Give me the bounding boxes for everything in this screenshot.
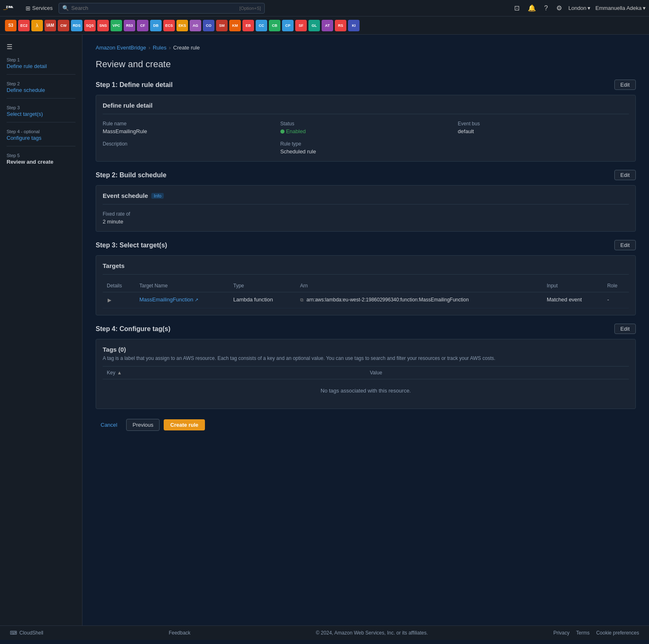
services-button[interactable]: ⊞ Services [23,3,55,13]
toolbar-s3[interactable]: S3 [5,20,16,31]
step2-edit-button[interactable]: Edit [614,170,636,180]
breadcrumb-eventbridge[interactable]: Amazon EventBridge [96,45,146,51]
help-icon[interactable]: ? [543,4,550,13]
schedule-type-label: Fixed rate of [103,211,629,217]
expand-button[interactable]: ▶ [107,296,112,304]
step-3-link[interactable]: Select target(s) [7,111,43,117]
screen-icon[interactable]: ⊡ [513,3,521,13]
status-dot [280,129,285,134]
toolbar-kinesis[interactable]: KI [348,20,360,31]
toolbar-eventbridge[interactable]: EB [242,20,254,31]
toolbar-codebuild[interactable]: CB [269,20,280,31]
sidebar-divider-4 [7,146,75,146]
nav-right: ⊡ 🔔 ? ⚙ London ▾ Emmanuella Adeka ▾ [513,3,646,13]
breadcrumb-rules[interactable]: Rules [153,45,166,51]
step1-edit-button[interactable]: Edit [614,80,636,90]
user-menu[interactable]: Emmanuella Adeka ▾ [595,5,646,11]
toolbar-eks[interactable]: EKS [176,20,188,31]
info-badge[interactable]: Info [151,193,164,199]
toolbar-sns[interactable]: SNS [97,20,109,31]
status-text: Enabled [286,128,306,134]
footer-privacy[interactable]: Privacy [553,630,569,636]
arn-text: arn:aws:lambda:eu-west-2:198602996340:fu… [306,297,469,303]
action-bar: Cancel Previous Create rule [96,419,636,431]
step4-edit-button[interactable]: Edit [614,324,636,334]
step-4-link[interactable]: Configure tags [7,135,42,141]
value-col-label: Value [370,370,382,376]
user-chevron: ▾ [643,5,646,11]
step-5-label: Step 5 [7,153,75,158]
toolbar-redshift[interactable]: RS [335,20,346,31]
top-nav: ⊞ Services 🔍 [Option+S] ⊡ 🔔 ? ⚙ London ▾… [0,0,649,16]
toolbar-rds[interactable]: RDS [71,20,82,31]
step2-section: Step 2: Build schedule Edit Event schedu… [96,170,636,232]
toolbar-lambda[interactable]: λ [31,20,43,31]
breadcrumb-current: Create rule [173,45,200,51]
toolbar-iam[interactable]: IAM [45,20,56,31]
target-expand[interactable]: ▶ [103,292,135,308]
event-schedule-header: Event schedule Info [103,192,629,204]
step4-header: Step 4: Configure tag(s) Edit [96,324,636,334]
step-2-link[interactable]: Define schedule [7,87,45,93]
toolbar-dynamodb[interactable]: DB [150,20,162,31]
value-col-header: Value [366,367,629,379]
key-sort-icon: ▲ [117,370,122,376]
cloudshell-button[interactable]: ⌨ CloudShell [10,630,43,636]
footer-cookies[interactable]: Cookie preferences [596,630,639,636]
toolbar-vpc[interactable]: VPC [111,20,122,31]
toolbar-secrets[interactable]: SM [216,20,228,31]
cloudshell-label: CloudShell [19,630,43,636]
cloudshell-icon: ⌨ [10,630,17,636]
toolbar-codecommit[interactable]: CC [256,20,267,31]
targets-table: Details Target Name Type Arn Input Role … [103,280,629,308]
rule-type-label: Rule type [280,141,451,147]
footer: ⌨ CloudShell Feedback © 2024, Amazon Web… [0,625,649,640]
footer-terms[interactable]: Terms [576,630,590,636]
feedback-button[interactable]: Feedback [169,630,190,636]
step3-edit-button[interactable]: Edit [614,240,636,250]
schedule-value: 2 minute [103,219,629,225]
create-rule-button[interactable]: Create rule [164,419,205,430]
search-bar[interactable]: 🔍 [Option+S] [59,3,265,14]
footer-links: Privacy Terms Cookie preferences [553,630,639,636]
target-type-cell: Lambda function [229,292,296,308]
sidebar-step-3: Step 3 Select target(s) [0,102,82,119]
toolbar-cognito[interactable]: CO [203,20,214,31]
toolbar-glue[interactable]: GL [308,20,320,31]
toolbar-cloudwatch[interactable]: CW [58,20,69,31]
region-chevron: ▾ [588,5,590,11]
step-5-link[interactable]: Review and create [7,159,53,165]
toolbar-stepfunctions[interactable]: SF [295,20,307,31]
field-event-bus: Event bus default [458,121,629,134]
target-name-link[interactable]: MassEmailingFunction ↗ [139,296,198,303]
footer-copyright: © 2024, Amazon Web Services, Inc. or its… [316,630,428,636]
toolbar-cloudfront[interactable]: CF [137,20,148,31]
toolbar-ec2[interactable]: EC2 [18,20,30,31]
sidebar-step-5: Step 5 Review and create [0,150,82,167]
settings-icon[interactable]: ⚙ [555,3,564,13]
step2-card: Event schedule Info Fixed rate of 2 minu… [96,185,636,232]
step3-card: Targets Details Target Name Type Arn Inp… [96,255,636,315]
target-name-cell: MassEmailingFunction ↗ [135,292,229,308]
toolbar-api[interactable]: AG [190,20,201,31]
toolbar-kms[interactable]: KM [229,20,241,31]
status-label: Status [280,121,451,127]
previous-button[interactable]: Previous [126,419,160,431]
step3-section: Step 3: Select target(s) Edit Targets De… [96,240,636,315]
search-input[interactable] [71,5,237,11]
copy-icon[interactable]: ⧉ [300,297,303,303]
sidebar-toggle[interactable]: ☰ [0,40,19,54]
toolbar-ecs[interactable]: ECS [163,20,175,31]
col-role: Role [603,280,629,292]
toolbar-codepipeline[interactable]: CP [282,20,294,31]
step-1-link[interactable]: Define rule detail [7,63,47,69]
toolbar-route53[interactable]: R53 [124,20,135,31]
toolbar-sqs[interactable]: SQS [84,20,96,31]
region-selector[interactable]: London ▾ [569,5,590,11]
cancel-button[interactable]: Cancel [96,419,122,430]
event-bus-label: Event bus [458,121,629,127]
bell-icon[interactable]: 🔔 [526,3,538,13]
field-status: Status Enabled [280,121,451,134]
step-4-label: Step 4 - optional [7,129,75,134]
toolbar-athena[interactable]: AT [322,20,333,31]
